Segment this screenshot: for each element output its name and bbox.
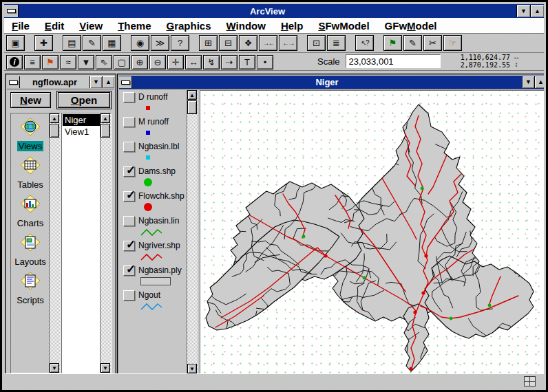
view-maximize-button[interactable]: ▲ — [534, 76, 544, 88]
layer-row-ngbasin-lbl[interactable]: Ngbasin.lbl — [120, 140, 187, 164]
select-line-button[interactable]: ⇢ — [221, 55, 238, 69]
layer-row-dams-shp[interactable]: ✓Dams.shp — [120, 164, 187, 189]
scrollbar-thumb[interactable] — [101, 124, 110, 138]
menu-graphics[interactable]: Graphics — [158, 20, 218, 32]
view-minimize-button[interactable]: ▼ — [522, 76, 534, 88]
polyline-tool-button[interactable]: ≈ — [60, 55, 76, 69]
zoom-previous-button[interactable]: ⊡ — [307, 35, 326, 51]
find-button[interactable]: ◉ — [131, 35, 149, 51]
save-project-button[interactable]: ▣ — [6, 35, 25, 51]
zoom-active-theme-button[interactable]: ⊟ — [219, 35, 238, 51]
layer-row-d-runoff[interactable]: D runoff — [120, 90, 187, 115]
menu-theme[interactable]: Theme — [110, 20, 158, 32]
unchecked-checkbox[interactable] — [123, 92, 135, 102]
toc-scrollbar[interactable]: ▲ ▼ — [187, 90, 198, 373]
point-tool-button[interactable]: • — [257, 55, 273, 69]
identify-button[interactable]: i — [6, 55, 23, 69]
lightning-hotlink-button[interactable]: ↯ — [203, 55, 220, 69]
checked-checkbox[interactable]: ✓ — [123, 191, 135, 202]
scrollbar-thumb[interactable] — [50, 124, 59, 138]
theme-toggle-icon: ≡ — [30, 58, 35, 67]
scroll-down-icon[interactable]: ▼ — [187, 364, 197, 373]
menu-window[interactable]: Window — [219, 20, 273, 32]
category-item-views[interactable]: Views — [11, 118, 50, 152]
layer-row-ngout[interactable]: Ngout — [120, 288, 187, 313]
category-item-scripts[interactable]: Scripts — [11, 272, 50, 306]
zoom-in-step-button[interactable]: →← — [259, 35, 277, 51]
map-canvas[interactable] — [200, 91, 544, 373]
menu-sfwmodel[interactable]: SFwModel — [310, 20, 377, 32]
pointer-button[interactable]: ⇖ — [96, 55, 112, 69]
theme-toggle-button[interactable]: ≡ — [24, 55, 41, 69]
menu-edit[interactable]: Edit — [37, 20, 72, 32]
help-pointer-button[interactable]: ↖? — [355, 35, 374, 51]
document-item-view1[interactable]: View1 — [63, 126, 100, 138]
layer-row-ngbasin-ply[interactable]: ✓Ngbasin.ply — [120, 263, 187, 288]
map-area[interactable] — [200, 90, 544, 373]
zoom-selected-button[interactable]: ❖ — [239, 35, 257, 51]
document-item-niger[interactable]: Niger — [63, 114, 100, 126]
scroll-up-icon[interactable]: ▲ — [187, 90, 197, 100]
new-button[interactable]: New — [10, 92, 51, 108]
checked-checkbox[interactable]: ✓ — [123, 166, 135, 177]
project-minimize-button[interactable]: ▼ — [89, 76, 102, 88]
zoom-full-extent-button[interactable]: ⊞ — [199, 35, 218, 51]
layer-row-flowchk-shp[interactable]: ✓Flowchk.shp — [120, 189, 187, 214]
category-item-layouts[interactable]: Layouts — [11, 233, 50, 268]
scroll-down-icon[interactable]: ▼ — [101, 363, 110, 373]
layer-row-m-runoff[interactable]: M runoff — [120, 115, 187, 140]
scroll-down-icon[interactable]: ▼ — [50, 363, 59, 373]
checked-checkbox[interactable]: ✓ — [123, 241, 135, 251]
checked-checkbox[interactable]: ✓ — [123, 265, 135, 276]
hotlink-flag-button[interactable]: ⚑ — [42, 55, 59, 69]
zoom-out-tool-button[interactable]: ⊖ — [149, 55, 166, 69]
query-promote-button[interactable]: ≫ — [151, 35, 169, 51]
menu-file[interactable]: File — [4, 20, 37, 32]
legend-list-button[interactable]: ≣ — [327, 35, 346, 51]
hotlink-hand-button[interactable]: ☞ — [443, 35, 462, 51]
scale-input[interactable] — [346, 54, 441, 68]
layer-row-ngbasin-lin[interactable]: Ngbasin.lin — [120, 214, 187, 239]
unchecked-checkbox[interactable] — [123, 216, 135, 226]
unchecked-checkbox[interactable] — [123, 290, 135, 301]
flag-button[interactable]: ⚑ — [383, 35, 402, 51]
category-item-charts[interactable]: Charts — [11, 195, 50, 229]
pan-hand-button[interactable]: ✛ — [167, 55, 184, 69]
fill-triangle-button[interactable]: ▼ — [78, 55, 94, 69]
category-item-tables[interactable]: Tables — [11, 156, 50, 190]
category-scrollbar[interactable]: ▲ ▼ — [49, 113, 60, 373]
minimize-button[interactable]: ▼ — [516, 5, 530, 17]
legend-list-icon: ≣ — [333, 39, 340, 47]
arcview-window: ArcView ▼ ▲ File Edit View Theme Graphic… — [1, 1, 547, 391]
select-box-button[interactable]: ▢ — [114, 55, 130, 69]
unchecked-checkbox[interactable] — [123, 117, 135, 127]
menu-help[interactable]: Help — [273, 20, 311, 32]
add-theme-button[interactable]: ✚ — [34, 35, 53, 51]
query-builder-button[interactable]: ? — [171, 35, 189, 51]
zoom-out-step-button[interactable]: ←→ — [279, 35, 297, 51]
zoom-in-tool-button[interactable]: ⊕ — [131, 55, 148, 69]
resize-grip-icon[interactable] — [524, 376, 536, 386]
query-promote-icon: ≫ — [156, 39, 165, 47]
unchecked-checkbox[interactable] — [123, 142, 135, 152]
draw-pencil-button[interactable]: ✎ — [403, 35, 422, 51]
edit-legend-button[interactable]: ✎ — [83, 35, 101, 51]
open-theme-table-button[interactable]: ▦ — [103, 35, 121, 51]
measure-button[interactable]: ↔ — [185, 55, 202, 69]
document-scrollbar[interactable]: ▲ ▼ — [100, 113, 111, 373]
cut-scissors-button[interactable]: ✂ — [423, 35, 442, 51]
open-button[interactable]: Open — [58, 92, 110, 108]
menu-view[interactable]: View — [72, 20, 110, 32]
text-tool-button[interactable]: T — [239, 55, 255, 69]
theme-properties-button[interactable]: ▤ — [63, 35, 81, 51]
layer-row-ngriver-shp[interactable]: ✓Ngriver.shp — [120, 239, 187, 263]
maximize-button[interactable]: ▲ — [530, 5, 544, 17]
view-control-menu-icon[interactable] — [119, 76, 132, 88]
menu-gfwmodel[interactable]: GFwModel — [377, 20, 445, 32]
control-menu-icon[interactable] — [4, 5, 19, 17]
project-maximize-button[interactable]: ▲ — [102, 76, 114, 88]
scroll-up-icon[interactable]: ▲ — [101, 113, 110, 123]
project-control-menu-icon[interactable] — [7, 76, 20, 88]
scroll-up-icon[interactable]: ▲ — [50, 113, 59, 123]
scrollbar-thumb[interactable] — [187, 100, 197, 114]
